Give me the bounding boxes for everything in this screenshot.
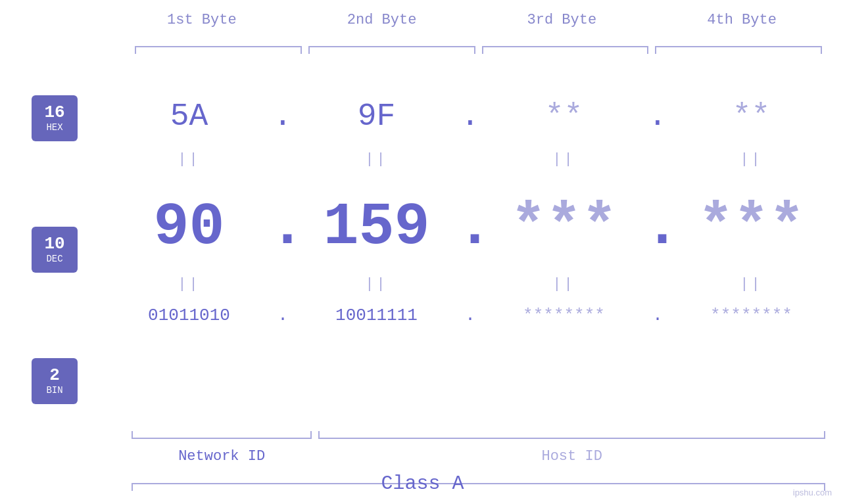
bottom-brackets xyxy=(132,430,825,439)
dec-byte3: *** xyxy=(483,194,644,261)
top-brackets xyxy=(132,46,825,58)
bin-badge-number: 2 xyxy=(49,367,60,384)
bin-dot3: . xyxy=(644,306,671,325)
watermark: ipshu.com xyxy=(793,488,832,497)
bin-byte4: ******** xyxy=(671,306,832,325)
bracket-byte4 xyxy=(655,46,822,58)
hex-byte1: 5A xyxy=(109,99,270,134)
dec-byte2: 159 xyxy=(296,194,457,261)
equals-dec-bin: || || || || xyxy=(109,276,832,292)
dec-row: 90 . 159 . *** . *** xyxy=(109,194,832,261)
host-bracket xyxy=(318,430,825,439)
bin-byte2: 10011111 xyxy=(296,306,457,325)
bracket-byte3 xyxy=(482,46,649,58)
dec-dot1: . xyxy=(270,194,296,261)
network-id-label: Network ID xyxy=(132,448,312,465)
main-container: 1st Byte 2nd Byte 3rd Byte 4th Byte 16 H… xyxy=(0,0,845,504)
bottom-section: Network ID Host ID xyxy=(132,430,825,465)
bracket-byte2 xyxy=(308,46,475,58)
byte4-header: 4th Byte xyxy=(652,12,832,28)
hex-badge: 16 HEX xyxy=(32,95,78,141)
bin-badge-label: BIN xyxy=(46,385,62,396)
dec-byte1: 90 xyxy=(109,194,270,261)
equals-hex-dec: || || || || xyxy=(109,151,832,168)
eq7: || xyxy=(483,276,644,292)
eq3: || xyxy=(483,151,644,168)
byte2-header: 2nd Byte xyxy=(292,12,472,28)
hex-badge-label: HEX xyxy=(46,122,62,133)
dec-dot3: . xyxy=(644,194,671,261)
hex-row: 5A . 9F . ** . ** xyxy=(109,99,832,134)
bin-byte3: ******** xyxy=(483,306,644,325)
hex-dot1: . xyxy=(270,99,296,134)
dec-byte4: *** xyxy=(671,194,832,261)
dec-dot2: . xyxy=(457,194,483,261)
eq5: || xyxy=(109,276,270,292)
eq2: || xyxy=(296,151,457,168)
dec-badge-label: DEC xyxy=(46,254,62,264)
id-labels: Network ID Host ID xyxy=(132,448,825,465)
bin-byte1: 01011010 xyxy=(109,306,270,325)
eq1: || xyxy=(109,151,270,168)
byte-headers: 1st Byte 2nd Byte 3rd Byte 4th Byte xyxy=(112,12,832,28)
hex-badge-number: 16 xyxy=(44,104,64,121)
byte1-header: 1st Byte xyxy=(112,12,292,28)
badge-column: 16 HEX 10 DEC 2 BIN xyxy=(32,95,78,404)
dec-badge: 10 DEC xyxy=(32,227,78,273)
hex-dot3: . xyxy=(644,99,671,134)
bin-dot1: . xyxy=(270,306,296,325)
data-grid: 5A . 9F . ** . ** || || || || 90 . 159 .… xyxy=(109,66,832,425)
bin-dot2: . xyxy=(457,306,483,325)
network-bracket xyxy=(132,430,312,439)
dec-badge-number: 10 xyxy=(44,235,64,252)
hex-byte4: ** xyxy=(671,99,832,134)
bin-badge: 2 BIN xyxy=(32,358,78,404)
hex-dot2: . xyxy=(457,99,483,134)
eq4: || xyxy=(671,151,832,168)
eq6: || xyxy=(296,276,457,292)
hex-byte2: 9F xyxy=(296,99,457,134)
byte3-header: 3rd Byte xyxy=(472,12,652,28)
bracket-byte1 xyxy=(135,46,302,58)
hex-byte3: ** xyxy=(483,99,644,134)
bin-row: 01011010 . 10011111 . ******** . *******… xyxy=(109,306,832,325)
host-id-label: Host ID xyxy=(318,448,825,465)
class-label: Class A xyxy=(0,472,845,495)
eq8: || xyxy=(671,276,832,292)
